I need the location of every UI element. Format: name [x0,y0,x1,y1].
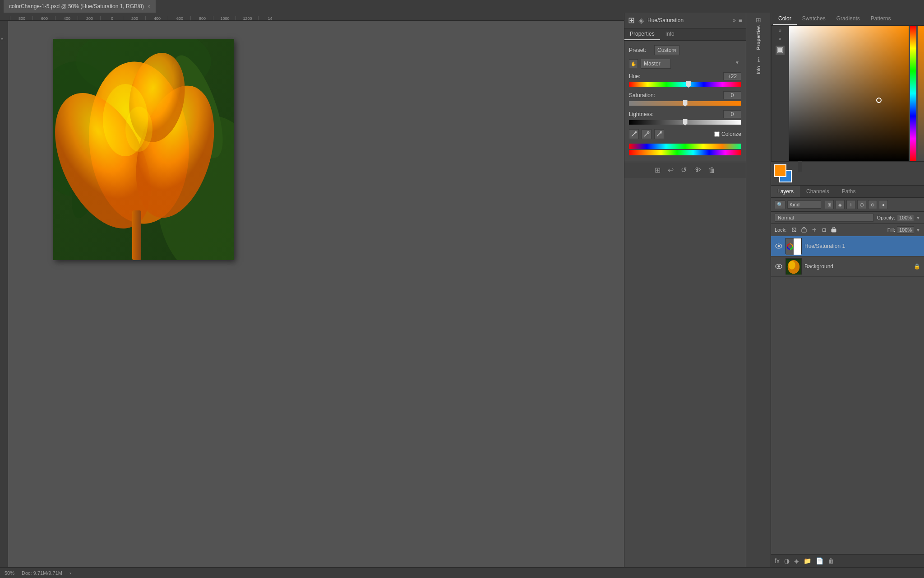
tab-gradients[interactable]: Gradients [831,13,865,25]
hue-slider-track[interactable] [629,82,741,87]
opacity-dropdown-icon[interactable]: ▼ [916,215,920,220]
lock-image-icon[interactable] [800,226,808,234]
blend-mode-row: Normal Dissolve Multiply Screen Overlay … [771,212,924,224]
svg-rect-11 [132,210,141,260]
layer-delete-icon[interactable]: 🗑 [828,557,834,564]
eyedropper-remove-button[interactable]: − [654,129,664,139]
pixel-filter-icon[interactable]: ⊞ [825,200,834,209]
layer-visibility-hue[interactable] [775,242,783,250]
type-filter-icon[interactable]: T [846,200,855,209]
color-gradient-area[interactable] [789,26,909,161]
colorize-row: Colorize [714,131,741,137]
background-thumb [785,258,802,275]
document-tab[interactable]: colorChange-1-5.psd @ 50% (Hue/Saturatio… [4,0,156,13]
layer-group-icon[interactable]: 📁 [804,557,811,564]
lightness-slider-track[interactable] [629,120,741,125]
channel-select[interactable]: Master Reds Yellows Greens Cyans Blues M… [641,59,671,69]
preset-select[interactable]: Custom Default [654,45,679,55]
reset-icon[interactable]: ↺ [681,166,687,174]
canvas-image [53,39,234,260]
hue-spectrum-bar [629,144,741,149]
adjust-filter-icon[interactable]: ◈ [836,200,845,209]
swatch-svg [777,47,783,53]
lightness-value[interactable]: 0 [723,110,741,118]
hue-value[interactable]: +22 [723,72,741,80]
tab-channels[interactable]: Channels [800,186,836,197]
hue-slider-thumb[interactable] [686,81,691,88]
layer-item-hue-saturation[interactable]: Hue/Saturation 1 [771,236,924,256]
status-arrow[interactable]: › [69,570,71,576]
alpha-strip[interactable] [918,26,924,161]
tab-color[interactable]: Color [773,13,797,25]
fill-dropdown-icon[interactable]: ▼ [916,228,920,233]
lock-artboard-icon[interactable]: ⊞ [820,226,828,234]
tab-swatches[interactable]: Swatches [797,13,831,25]
hue-result-bar [629,150,741,155]
lock-all-icon[interactable] [830,226,838,234]
swatch-tool-icon[interactable] [775,45,785,55]
collapse-icon[interactable]: × [779,37,781,42]
saturation-slider-header: Saturation: 0 [629,91,741,99]
svg-point-38 [789,261,795,270]
color-expand-icon[interactable]: » [779,28,781,33]
lock-transparent-icon[interactable] [790,226,798,234]
canvas-viewport[interactable] [8,21,624,567]
kind-select[interactable]: Kind Name Effect Mode Attribute Color Sm… [787,200,821,209]
panel-menu-icon[interactable]: ≡ [739,17,742,24]
view-previous-icon[interactable]: ↩ [668,166,674,174]
shape-filter-icon[interactable]: ⬡ [857,200,866,209]
channel-hand-icon[interactable]: ✋ [629,59,638,68]
channel-select-arrow: ▼ [735,60,739,65]
tab-paths[interactable]: Paths [836,186,862,197]
hue-adj-icon [786,238,794,255]
fill-value[interactable]: 100% [897,226,914,233]
layer-new-icon[interactable]: 📄 [816,557,823,564]
hue-strip[interactable] [910,26,916,161]
opacity-value[interactable]: 100% [897,214,914,221]
tab-layers[interactable]: Layers [771,186,800,197]
eyedropper-button[interactable] [629,129,639,139]
colorize-checkbox[interactable] [714,131,720,137]
blend-mode-select[interactable]: Normal Dissolve Multiply Screen Overlay [775,214,873,222]
svg-line-14 [632,133,635,136]
lightness-slider-thumb[interactable] [683,119,688,126]
expand-panel-icon[interactable]: » [733,17,736,23]
hue-saturation-thumb [785,238,802,254]
colorize-label: Colorize [721,131,741,137]
ruler-mark: 1000 [213,16,236,21]
eyedropper-add-button[interactable]: + [642,129,651,139]
color-mini-tools: » × [771,26,789,161]
clip-to-layer-icon[interactable]: ⊞ [655,166,661,174]
svg-line-17 [644,133,647,136]
foreground-color[interactable] [774,164,786,177]
close-tab-icon[interactable]: × [148,4,150,9]
tools-row: + − Colorize [629,129,741,139]
svg-text:−: − [660,132,662,135]
filter-toggle-icon[interactable]: ● [879,200,888,209]
layer-mask-icon[interactable]: ◑ [784,557,790,564]
eyedropper-remove-icon: − [656,131,662,137]
color-dark-gradient [789,26,909,161]
lock-position-icon[interactable]: ✛ [810,226,818,234]
saturation-slider-thumb[interactable] [683,100,688,107]
ruler-mark: 1200 [236,16,258,21]
mini-properties-header: ⊞ Properties [756,16,761,50]
tab-info[interactable]: Info [660,28,680,40]
smartobj-filter-icon[interactable]: ⊙ [868,200,877,209]
toggle-visibility-icon[interactable]: 👁 [694,166,701,174]
eyedropper-icon [631,131,637,137]
delete-icon[interactable]: 🗑 [708,166,716,174]
saturation-slider-track[interactable] [629,101,741,106]
saturation-slider-row: Saturation: 0 [629,91,741,106]
panel-camera-icon: ◈ [638,16,644,25]
layer-fx-icon[interactable]: fx [775,557,780,564]
saturation-value[interactable]: 0 [723,91,741,99]
ruler-mark: 200 [123,16,145,21]
layer-adjustment-icon[interactable]: ◈ [794,557,799,564]
tab-properties[interactable]: Properties [624,28,660,40]
tab-patterns[interactable]: Patterns [865,13,896,25]
ruler-left-mark: 0 [0,36,4,40]
layer-visibility-bg[interactable] [775,262,783,270]
eye-icon-bg [775,263,782,270]
layer-item-background[interactable]: Background 🔒 [771,256,924,277]
